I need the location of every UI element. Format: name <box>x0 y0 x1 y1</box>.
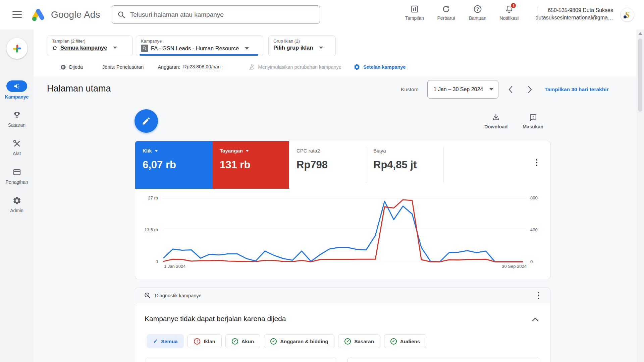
account-name: 650-535-9809 Duta Sukses <box>536 7 613 14</box>
trophy-icon <box>0 110 34 120</box>
metric-biaya[interactable]: Biaya Rp4,85 jt <box>366 141 443 189</box>
tools-icon <box>0 138 34 148</box>
status-label: Dijeda <box>69 64 83 70</box>
google-ads-logo[interactable]: Google Ads <box>31 7 100 22</box>
diagnostics-menu-kebab[interactable] <box>534 290 543 302</box>
x-axis-end-label: 30 Sep 2024 <box>493 264 527 269</box>
view-filter-dropdown[interactable]: Tampilan (2 filter) Semua kampanye <box>47 36 132 56</box>
metric-klik[interactable]: Klik 6,07 rb <box>135 141 212 189</box>
date-range-picker[interactable]: 1 Jan – 30 Sep 2024 <box>427 80 498 99</box>
scrollbar-thumb[interactable] <box>638 39 642 112</box>
sidebar-item-sasaran[interactable]: Sasaran <box>0 110 34 128</box>
nav-notifikasi[interactable]: ! Notifikasi <box>499 5 520 21</box>
nav-bantuan[interactable]: ? Bantuan <box>467 5 488 21</box>
create-fab[interactable] <box>6 38 28 59</box>
chip-semua[interactable]: ✓ Semua <box>147 334 184 348</box>
scroll-up-arrow-icon[interactable] <box>638 32 642 35</box>
avatar-accent <box>624 15 627 18</box>
google-ads-app: Google Ads Tampilan <box>0 0 644 362</box>
line-chart[interactable] <box>162 193 526 263</box>
diagnostics-filter-chips: ✓ Semua ! Iklan ✓ Akun ✓ Anggaran & bidd… <box>147 334 426 348</box>
chart-menu-kebab[interactable] <box>532 157 541 169</box>
help-icon: ? <box>473 5 482 13</box>
check-circle-icon: ✓ <box>344 338 351 345</box>
metric-divider <box>443 147 443 183</box>
top-header: Google Ads Tampilan <box>0 0 644 29</box>
gear-icon <box>0 195 34 205</box>
edit-fab[interactable] <box>135 109 158 133</box>
diagnostics-heading: Kampanye tidak dapat berjalan karena dij… <box>145 315 286 323</box>
sidebar-item-penagihan[interactable]: Penagihan <box>0 167 34 185</box>
bell-icon: ! <box>505 5 514 13</box>
chip-akun[interactable]: ✓ Akun <box>225 334 261 348</box>
avatar[interactable]: S <box>620 8 634 22</box>
appearance-icon <box>410 5 419 13</box>
chip-audiens[interactable]: ✓ Audiens <box>384 334 426 348</box>
date-range-area: Kustom 1 Jan – 30 Sep 2024 Tampilkan 30 … <box>401 80 609 99</box>
billing-card-icon <box>0 167 34 177</box>
diagnostics-icon <box>144 292 151 299</box>
left-axis-tick: 0 <box>139 259 158 264</box>
sidebar-item-kampanye[interactable]: Kampanye <box>0 80 34 100</box>
diagnostics-header: Diagnostik kampanye <box>135 288 550 303</box>
page-title: Halaman utama <box>47 83 111 94</box>
check-circle-icon: ✓ <box>232 338 238 345</box>
menu-icon[interactable] <box>12 11 22 18</box>
chevron-down-icon <box>246 150 249 152</box>
metric-cpc[interactable]: CPC rata2 Rp798 <box>289 141 366 189</box>
right-axis-tick: 0 <box>530 259 533 264</box>
plus-icon <box>12 43 22 54</box>
scrollbar[interactable] <box>636 29 644 362</box>
chevron-down-icon <box>319 47 323 49</box>
prev-period-button[interactable] <box>503 82 518 97</box>
search-icon <box>117 11 125 19</box>
next-period-button[interactable] <box>523 82 537 97</box>
global-search[interactable] <box>112 5 320 24</box>
campaign-search-icon <box>141 45 148 52</box>
sidebar-item-alat[interactable]: Alat <box>0 138 34 156</box>
download-button[interactable]: Download <box>484 113 507 129</box>
nav-perbarui[interactable]: Perbarui <box>436 5 457 21</box>
nav-tampilan[interactable]: Tampilan <box>404 5 425 21</box>
chart-line-tayangan <box>164 200 523 262</box>
metric-tayangan[interactable]: Tayangan 131 rb <box>212 141 289 189</box>
collapse-section-button[interactable] <box>528 312 543 327</box>
diagnostic-result-card <box>347 358 540 362</box>
notification-badge: ! <box>510 2 517 9</box>
show-last-30-days-link[interactable]: Tampilkan 30 hari terakhir <box>545 86 609 93</box>
left-axis-tick: 13,5 rb <box>139 227 158 232</box>
campaign-filter-dropdown[interactable]: Kampanye FA - GSN Leads - Human Resource <box>136 36 263 56</box>
budget-value[interactable]: Rp23.808,00/hari <box>183 64 220 70</box>
pencil-icon <box>142 116 151 126</box>
check-icon: ✓ <box>153 338 158 345</box>
home-icon <box>52 45 58 51</box>
pause-icon <box>60 64 66 70</box>
chip-sasaran[interactable]: ✓ Sasaran <box>338 334 380 348</box>
chevron-down-icon <box>155 150 158 152</box>
product-name: Google Ads <box>51 9 100 20</box>
metric-divider <box>366 147 366 183</box>
download-icon <box>492 113 500 122</box>
account-info[interactable]: 650-535-9809 Duta Sukses dutasuksesinter… <box>536 7 613 21</box>
simulate-changes: Menyimulasikan perubahan kampanye <box>248 64 341 71</box>
status-paused: Dijeda <box>60 64 83 70</box>
chip-iklan[interactable]: ! Iklan <box>187 334 221 348</box>
left-axis-tick: 27 rb <box>139 195 158 200</box>
check-circle-icon: ✓ <box>390 338 397 345</box>
campaign-status-bar: Dijeda Jenis: Penelusuran Anggaran: Rp23… <box>34 60 636 74</box>
chevron-down-icon <box>245 47 249 50</box>
sidebar-item-buat[interactable]: Buat <box>0 29 34 66</box>
check-circle-icon: ✓ <box>270 338 277 345</box>
sidebar-item-admin[interactable]: Admin <box>0 195 34 213</box>
campaign-active-pill <box>6 80 27 92</box>
campaign-settings-link[interactable]: Setelan kampanye <box>354 64 406 70</box>
campaign-budget[interactable]: Anggaran: Rp23.808,00/hari <box>158 64 220 70</box>
simulate-flask-icon <box>248 64 255 71</box>
right-axis-tick: 400 <box>530 227 538 232</box>
search-input[interactable] <box>130 11 314 18</box>
chip-anggaran-bidding[interactable]: ✓ Anggaran & bidding <box>264 334 334 348</box>
feedback-button[interactable]: Masukan <box>523 113 543 129</box>
adgroup-filter-dropdown[interactable]: Grup iklan (2) Pilih grup iklan <box>268 36 336 56</box>
chart-line-klik <box>164 201 523 262</box>
right-axis-tick: 800 <box>530 195 538 200</box>
